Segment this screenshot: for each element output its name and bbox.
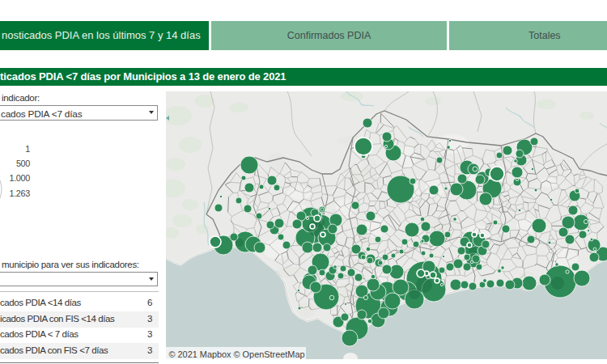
svg-text:© 2021 Mapbox © OpenStreetMap: © 2021 Mapbox © OpenStreetMap [169, 349, 305, 359]
